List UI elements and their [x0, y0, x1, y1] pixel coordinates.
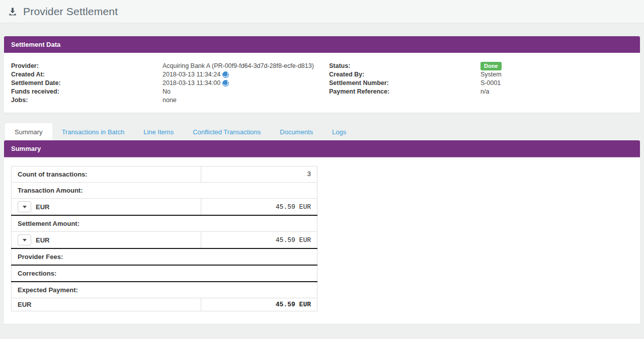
summary-row-label: Count of transactions:: [18, 171, 88, 178]
currency-amount-cell: 45.59 EUR: [201, 298, 317, 311]
field-value-text: S-0001: [480, 79, 501, 88]
field-value: 2018-03-13 11:34:00: [163, 79, 229, 88]
table-row: Settlement Amount:: [12, 215, 317, 232]
currency-cell: EUR: [12, 199, 201, 216]
page-header: Provider Settlement: [0, 0, 644, 23]
summary-section-label: Provider Fees:: [18, 253, 63, 261]
field-value: 2018-03-13 11:34:24: [163, 70, 229, 79]
field-label: Settlement Number:: [322, 79, 480, 88]
table-row: Transaction Amount:: [12, 183, 317, 199]
currency-cell: EUR: [12, 298, 201, 311]
summary-section-label-cell: Provider Fees:: [12, 248, 317, 265]
table-row: Provider Fees:: [12, 248, 317, 265]
field-value: No: [163, 88, 171, 96]
summary-panel-title: Summary: [4, 140, 640, 157]
field-row: Settlement Number:S-0001: [322, 79, 640, 88]
table-row: EUR45.59 EUR: [12, 199, 317, 216]
caret-down-icon: [23, 239, 27, 241]
tab-logs[interactable]: Logs: [323, 123, 356, 140]
summary-body: Count of transactions:3Transaction Amoun…: [4, 157, 640, 324]
field-value-text: n/a: [480, 88, 489, 96]
tab-summary[interactable]: Summary: [5, 123, 52, 140]
currency-dropdown-button[interactable]: [18, 201, 31, 212]
tab-documents[interactable]: Documents: [270, 123, 323, 140]
tab-bar: SummaryTransactions in BatchLine ItemsCo…: [4, 123, 640, 140]
field-value-text: 2018-03-13 11:34:24: [163, 70, 220, 79]
field-value-text: System: [480, 70, 502, 79]
summary-table: Count of transactions:3Transaction Amoun…: [11, 166, 317, 311]
tab-line-items[interactable]: Line Items: [134, 123, 183, 140]
field-label: Funds received:: [4, 88, 163, 96]
table-row: EUR45.59 EUR: [12, 298, 317, 311]
table-row: EUR45.59 EUR: [12, 232, 317, 249]
field-label: Created At:: [4, 70, 163, 79]
field-value: S-0001: [480, 79, 501, 88]
field-value-text: No: [163, 88, 171, 96]
field-value: Acquiring Bank A (PR-00f9-fd64-3d7d-28f8…: [163, 62, 314, 70]
summary-section-label: Transaction Amount:: [18, 187, 83, 194]
field-label: Created By:: [322, 70, 480, 79]
field-label: Status:: [322, 62, 480, 70]
status-badge: Done: [480, 62, 502, 70]
field-value-text: none: [163, 96, 177, 105]
currency-wrap: EUR: [18, 301, 195, 308]
summary-section-label: Expected Payment:: [18, 286, 78, 294]
tab-conflicted-transactions[interactable]: Conflicted Transactions: [183, 123, 270, 140]
field-row: Provider:Acquiring Bank A (PR-00f9-fd64-…: [4, 62, 322, 70]
field-value: System: [480, 70, 502, 79]
field-label: Settlement Date:: [4, 79, 163, 88]
currency-cell: EUR: [12, 232, 201, 249]
currency-wrap: EUR: [18, 234, 195, 245]
field-value: none: [163, 96, 177, 105]
table-row: Count of transactions:3: [12, 166, 317, 183]
settlement-fields-right: Status:DoneCreated By:SystemSettlement N…: [322, 62, 640, 105]
caret-down-icon: [23, 206, 27, 208]
field-label: Provider:: [4, 62, 163, 70]
currency-label: EUR: [18, 301, 31, 308]
globe-icon: [222, 71, 229, 78]
download-icon: [8, 7, 18, 17]
field-value: n/a: [480, 88, 489, 96]
tab-transactions-in-batch[interactable]: Transactions in Batch: [52, 123, 134, 140]
summary-row-label-cell: Count of transactions:: [12, 166, 201, 183]
field-label: Jobs:: [4, 96, 163, 105]
summary-section-label: Corrections:: [18, 270, 56, 277]
settlement-data-panel-title: Settlement Data: [4, 36, 640, 53]
currency-wrap: EUR: [18, 201, 195, 212]
summary-section-label: Settlement Amount:: [18, 220, 79, 227]
summary-section-label-cell: Corrections:: [12, 265, 317, 282]
summary-panel: Summary Count of transactions:3Transacti…: [4, 140, 640, 324]
currency-dropdown-button[interactable]: [18, 234, 31, 245]
summary-section-label-cell: Expected Payment:: [12, 282, 317, 298]
field-row: Created At:2018-03-13 11:34:24: [4, 70, 322, 79]
currency-amount-cell: 45.59 EUR: [201, 232, 317, 249]
field-row: Payment Reference:n/a: [322, 88, 640, 96]
field-row: Funds received:No: [4, 88, 322, 96]
page-title: Provider Settlement: [23, 6, 118, 18]
currency-label: EUR: [36, 203, 49, 211]
field-row: Jobs:none: [4, 96, 322, 105]
globe-icon: [222, 80, 229, 87]
field-value-text: 2018-03-13 11:34:00: [163, 79, 220, 88]
settlement-data-panel: Settlement Data Provider:Acquiring Bank …: [4, 36, 640, 113]
table-row: Expected Payment:: [12, 282, 317, 298]
settlement-fields-left: Provider:Acquiring Bank A (PR-00f9-fd64-…: [4, 62, 322, 105]
settlement-data-body: Provider:Acquiring Bank A (PR-00f9-fd64-…: [4, 53, 640, 113]
field-row: Status:Done: [322, 62, 640, 70]
summary-section-label-cell: Settlement Amount:: [12, 215, 317, 232]
field-row: Settlement Date:2018-03-13 11:34:00: [4, 79, 322, 88]
table-row: Corrections:: [12, 265, 317, 282]
currency-label: EUR: [36, 236, 49, 244]
field-value: Done: [480, 62, 502, 70]
field-value-text: Acquiring Bank A (PR-00f9-fd64-3d7d-28f8…: [163, 62, 314, 70]
field-row: Created By:System: [322, 70, 640, 79]
field-label: Payment Reference:: [322, 88, 480, 96]
summary-section-label-cell: Transaction Amount:: [12, 183, 317, 199]
currency-amount-cell: 45.59 EUR: [201, 199, 317, 216]
summary-row-value-cell: 3: [201, 166, 317, 183]
